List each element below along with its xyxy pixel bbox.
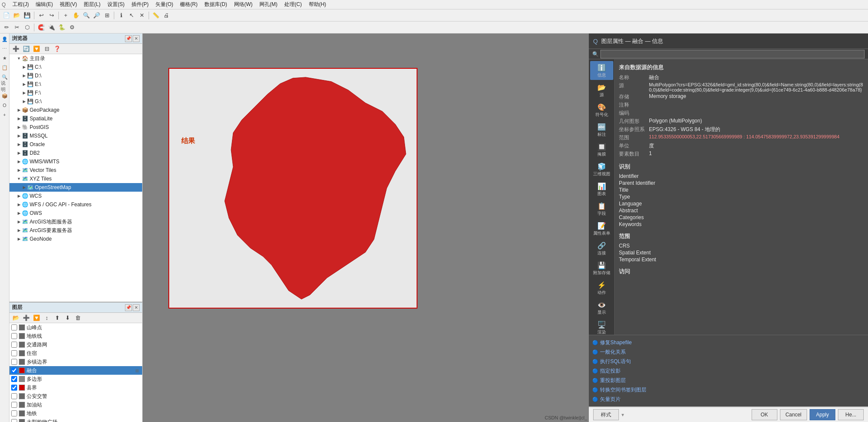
zoom-out-button[interactable]: 🔎 bbox=[92, 11, 101, 20]
layer-item-乡镇边界[interactable]: 乡镇边界 bbox=[9, 358, 142, 366]
browser-tree-item-e[interactable]: ▶💾E:\ bbox=[9, 80, 142, 89]
menu-item-settings[interactable]: 设置(S) bbox=[106, 1, 126, 8]
menu-item-mesh[interactable]: 网孔(M) bbox=[258, 1, 279, 8]
map-canvas-area[interactable]: 结果 CSDN @twinkle||cl_ bbox=[143, 34, 589, 422]
plugins-button[interactable]: 🔌 bbox=[47, 23, 56, 32]
layer-item-公安交警[interactable]: 公安交警 bbox=[9, 392, 142, 401]
layers-move-down[interactable]: ⬇ bbox=[63, 313, 72, 323]
menu-item-plugins[interactable]: 插件(P) bbox=[130, 1, 150, 8]
menu-item-help[interactable]: 帮助(H) bbox=[307, 1, 328, 8]
layers-remove[interactable]: 🗑 bbox=[73, 313, 82, 323]
layer-item-地铁[interactable]: 地铁 bbox=[9, 409, 142, 418]
layer-checkbox-县界[interactable] bbox=[11, 385, 17, 391]
browser-collapse-button[interactable]: ⊟ bbox=[42, 44, 52, 54]
browser-tree-item-vector_tiles[interactable]: ▶🗺️Vector Tiles bbox=[9, 166, 142, 174]
layer-checkbox-多边形[interactable] bbox=[11, 376, 17, 382]
layers-panel-pin[interactable]: 📌 bbox=[125, 304, 132, 311]
browser-tree-item-mssql[interactable]: ▶🗄️MSSQL bbox=[9, 131, 142, 140]
layer-checkbox-地铁[interactable] bbox=[11, 410, 17, 416]
layer-item-住宿[interactable]: 住宿 bbox=[9, 349, 142, 358]
node-tool-button[interactable]: ⬡ bbox=[22, 23, 32, 32]
menu-item-network[interactable]: 网络(W) bbox=[232, 1, 254, 8]
info-nav-item-diagram[interactable]: 📊图表 bbox=[590, 180, 613, 199]
style-button[interactable]: 样式 bbox=[593, 409, 619, 420]
layer-checkbox-地铁线[interactable] bbox=[11, 333, 17, 339]
browser-tree-item-f[interactable]: ▶💾F:\ bbox=[9, 89, 142, 97]
layer-checkbox-融合[interactable] bbox=[11, 367, 17, 373]
browser-filter-button[interactable]: 🔽 bbox=[32, 44, 41, 54]
menu-item-database[interactable]: 数据库(D) bbox=[203, 1, 229, 8]
right-link-矢量页片[interactable]: 🔵 矢量页片 bbox=[592, 394, 865, 404]
layers-move-up[interactable]: ⬆ bbox=[52, 313, 62, 323]
browser-tree-item-home[interactable]: ▼🏠主目录 bbox=[9, 54, 142, 63]
layer-item-地铁线[interactable]: 地铁线 bbox=[9, 332, 142, 340]
layer-checkbox-住宿[interactable] bbox=[11, 350, 17, 356]
left-icon-3[interactable]: ★ bbox=[1, 54, 9, 62]
left-icon-1[interactable]: 👤 bbox=[1, 35, 9, 43]
browser-panel-pin[interactable]: 📌 bbox=[125, 35, 132, 42]
browser-tree-item-g[interactable]: ▶💾G:\ bbox=[9, 97, 142, 106]
browser-refresh-button[interactable]: 🔄 bbox=[21, 44, 31, 54]
print-button[interactable]: 🖨 bbox=[161, 11, 171, 20]
browser-tree-item-c[interactable]: ▶💾C:\ bbox=[9, 63, 142, 71]
right-link-执行SQL语句[interactable]: 🔵 执行SQL语句 bbox=[592, 357, 865, 366]
browser-tree-item-wfs_ogc[interactable]: ▶🌐WFS / OGC API - Features bbox=[9, 200, 142, 209]
layer-checkbox-山峰点[interactable] bbox=[11, 324, 17, 330]
add-layer-button[interactable]: + bbox=[61, 11, 70, 20]
browser-tree-item-spatialite[interactable]: ▶🗄️SpatiaLite bbox=[9, 114, 142, 123]
browser-tree-item-geonode[interactable]: ▶🗺️GeoNode bbox=[9, 235, 142, 243]
cancel-button[interactable]: Cancel bbox=[780, 409, 807, 420]
browser-panel-close[interactable]: ✕ bbox=[133, 35, 140, 42]
browser-help-button[interactable]: ❓ bbox=[52, 44, 62, 54]
redo-button[interactable]: ↪ bbox=[47, 11, 56, 20]
edit-button[interactable]: ✂ bbox=[12, 23, 21, 32]
undo-button[interactable]: ↩ bbox=[37, 11, 46, 20]
info-nav-item-join[interactable]: 🔗连接 bbox=[590, 239, 613, 258]
layers-panel-close[interactable]: ✕ bbox=[133, 304, 140, 311]
layer-item-山峰点[interactable]: 山峰点 bbox=[9, 323, 142, 332]
layers-sort-button[interactable]: ↕ bbox=[42, 313, 52, 323]
browser-tree-item-wms_wmts[interactable]: ▶🌐WMS/WMTS bbox=[9, 157, 142, 166]
identify-button[interactable]: ℹ bbox=[116, 11, 126, 20]
snapping-button[interactable]: 🧲 bbox=[37, 23, 46, 32]
help-button[interactable]: He... bbox=[838, 409, 864, 420]
info-nav-item-symbolize[interactable]: 🎨符号化 bbox=[590, 101, 613, 119]
info-nav-item-action[interactable]: ⚡动作 bbox=[590, 278, 613, 297]
left-icon-4[interactable]: 📋 bbox=[1, 64, 9, 71]
info-nav-item-aux_storage[interactable]: 💾附加存储 bbox=[590, 259, 613, 278]
save-project-button[interactable]: 💾 bbox=[22, 11, 32, 20]
browser-tree-item-arcgis_feature[interactable]: ▶🗺️ArcGIS要素服务器 bbox=[9, 226, 142, 235]
browser-tree-item-d[interactable]: ▶💾D:\ bbox=[9, 71, 142, 80]
new-project-button[interactable]: 📄 bbox=[2, 11, 11, 20]
info-nav-item-3dview[interactable]: 🧊三维视图 bbox=[590, 160, 613, 179]
left-icon-8[interactable]: O bbox=[1, 101, 9, 109]
browser-tree-item-ows[interactable]: ▶🌐OWS bbox=[9, 209, 142, 217]
layer-checkbox-乡镇边界[interactable] bbox=[11, 359, 17, 365]
browser-tree-item-xyz_tiles[interactable]: ▼🗺️XYZ Tiles bbox=[9, 174, 142, 183]
menu-item-raster[interactable]: 栅格(R) bbox=[178, 1, 199, 8]
layer-checkbox-交通路网[interactable] bbox=[11, 342, 17, 348]
right-link-重投影图层[interactable]: 🔵 重投影图层 bbox=[592, 376, 865, 385]
zoom-extent-button[interactable]: ⊞ bbox=[102, 11, 112, 20]
layer-item-多边形[interactable]: 多边形 bbox=[9, 375, 142, 383]
info-nav-item-fields[interactable]: 📋字段 bbox=[590, 199, 613, 218]
menu-item-edit[interactable]: 编辑(E) bbox=[34, 1, 55, 8]
browser-tree-item-postgis[interactable]: ▶🐘PostGIS bbox=[9, 123, 142, 131]
options-button[interactable]: ⚙ bbox=[67, 23, 77, 32]
browser-tree-item-openstreetmap[interactable]: ▶🗺️OpenStreetMap bbox=[9, 183, 142, 192]
right-link-修复Shapefile[interactable]: 🔵 修复Shapefile bbox=[592, 338, 865, 347]
right-link-一般化关系[interactable]: 🔵 一般化关系 bbox=[592, 347, 865, 357]
info-nav-item-render[interactable]: 🖥️渲染 bbox=[590, 318, 613, 335]
layer-expand-融合[interactable]: ⊞ bbox=[134, 367, 140, 374]
layer-item-融合[interactable]: 融合⊞ bbox=[9, 366, 142, 375]
layer-checkbox-大型购物广场[interactable] bbox=[11, 419, 17, 422]
info-nav-item-mask[interactable]: 🔲掩膜 bbox=[590, 140, 613, 159]
browser-tree-item-oracle[interactable]: ▶🗄️Oracle bbox=[9, 140, 142, 149]
apply-button[interactable]: Apply bbox=[810, 409, 835, 420]
layer-checkbox-公安交警[interactable] bbox=[11, 393, 17, 399]
left-icon-9[interactable]: + bbox=[1, 111, 9, 119]
ok-button[interactable]: OK bbox=[752, 409, 777, 420]
left-icon-7[interactable]: 📦 bbox=[1, 92, 9, 100]
info-search-input[interactable] bbox=[600, 50, 865, 58]
python-button[interactable]: 🐍 bbox=[57, 23, 67, 32]
